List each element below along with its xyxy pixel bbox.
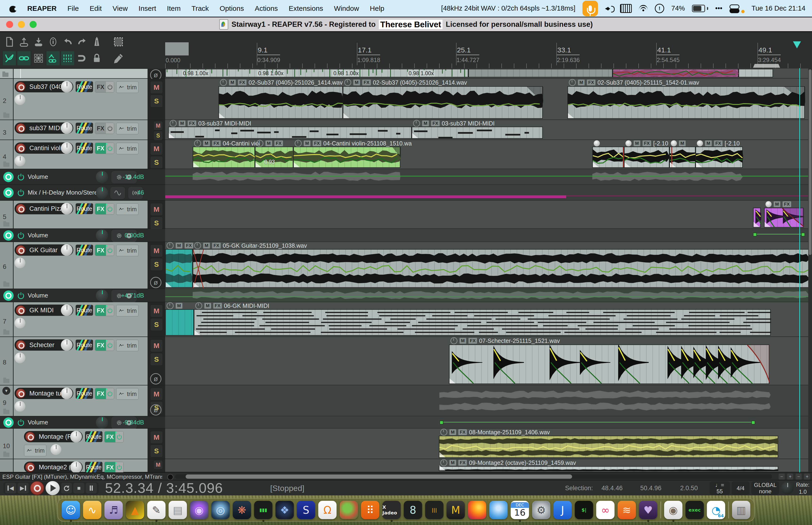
dock-app-preview[interactable]: ▤ <box>169 501 187 519</box>
volume-knob[interactable] <box>61 203 73 214</box>
envelope-value-knob[interactable] <box>96 171 108 183</box>
route-button[interactable]: Route <box>76 203 93 214</box>
ellipsis-menu[interactable]: ••• <box>715 4 722 12</box>
fx-button[interactable]: FX <box>95 142 114 154</box>
track-panel-child[interactable]: Montage2 (oc..3RouteFXM <box>0 459 165 472</box>
record-arm-button[interactable] <box>16 82 26 92</box>
phase-invert-button[interactable]: ø <box>150 277 162 288</box>
record-arm-button[interactable] <box>16 388 26 398</box>
track-1-partial-panel[interactable]: ø <box>0 69 165 79</box>
go-to-end-button[interactable]: ▶ <box>18 483 29 494</box>
track-name-field[interactable]: Cantini Pizz <box>15 203 73 214</box>
playhead-marker[interactable] <box>793 41 801 48</box>
menu-item-view[interactable]: View <box>112 4 127 13</box>
item-volume-knob-icon[interactable] <box>765 201 771 207</box>
route-button[interactable]: Route <box>76 123 93 134</box>
item-waveform[interactable] <box>764 208 803 227</box>
item-waveform[interactable] <box>695 147 743 168</box>
item-m-icon[interactable]: M <box>175 303 183 309</box>
track-name-field[interactable]: Sub37 (0405) <box>15 81 73 92</box>
item-m-icon[interactable]: M <box>422 120 429 126</box>
item-m-icon[interactable]: M <box>449 460 456 466</box>
envelope-point[interactable] <box>753 232 757 236</box>
dock-app-v8-app[interactable]: 8 <box>404 501 422 519</box>
volume-knob[interactable] <box>70 431 82 442</box>
grouping-toggle[interactable] <box>32 51 45 65</box>
route-button[interactable]: Route <box>76 340 93 350</box>
stop-button[interactable]: ■ <box>73 483 85 494</box>
item-m-icon[interactable]: M <box>229 79 236 86</box>
media-item[interactable]: MFX03-sub37 MIDI-MIDI <box>412 120 543 139</box>
envelope-lane-mix-h-delay-mono-stereo[interactable]: Mix / H-Delay Mono/Stereo46 <box>0 185 165 201</box>
volume-knob[interactable] <box>70 461 82 472</box>
envelope-power-icon[interactable] <box>17 291 25 301</box>
record-arm-button[interactable] <box>16 204 26 214</box>
item-fx-icon[interactable]: FX <box>213 303 222 309</box>
dock-app-finder[interactable]: ☺ <box>62 501 80 519</box>
envelope-point[interactable] <box>440 421 443 424</box>
dock-app-davinci-resolve[interactable]: ❋ <box>233 501 251 519</box>
dock-app-xjadeo[interactable]: X Jadeo <box>383 501 401 519</box>
item-m-icon[interactable]: M <box>304 140 311 146</box>
trim-envelope-button[interactable]: trim <box>24 445 47 456</box>
dock-app-voice-recorder[interactable]: ||| <box>425 501 444 519</box>
zoom-in-button[interactable]: + <box>787 474 793 480</box>
media-item[interactable]: MFX04-Cantini violin-251108_1510.wa <box>293 140 400 168</box>
collapse-folder-icon[interactable]: ▼ <box>2 387 10 395</box>
media-item[interactable]: MFX02-Sub37 (0405)-251026_1414.wav <box>343 79 543 119</box>
arrange-track-row-8[interactable]: MFXMFX05-GK Guitar-251109_1038.wav <box>165 242 812 289</box>
item-fx-icon[interactable]: FX <box>212 242 221 249</box>
envelope-points-move-toggle[interactable] <box>47 51 60 65</box>
project-info-button[interactable] <box>47 35 60 49</box>
envelope-bypass-button[interactable] <box>3 172 14 182</box>
route-button[interactable]: Route <box>85 462 103 472</box>
arrange-track-row-14[interactable]: MFX08-Montage-251109_1406.wav <box>165 429 812 459</box>
trim-envelope-button[interactable]: trim <box>116 305 139 317</box>
dock-app-shutter-encoder[interactable]: ◎ <box>212 501 230 519</box>
phase-invert-button[interactable]: ø <box>150 373 162 385</box>
dock-app-jdownloader[interactable]: J <box>554 501 572 519</box>
arrange-track-row-13[interactable] <box>165 417 812 429</box>
dock-app-goodlinks[interactable]: ∞ <box>596 501 615 519</box>
pan-knob[interactable] <box>15 352 25 363</box>
arrange-track-row-6[interactable]: MFX <box>165 201 812 229</box>
media-item[interactable]: MFX07-Schecter-251115_1521.wav <box>449 337 769 385</box>
record-arm-button[interactable] <box>25 432 35 441</box>
menu-item-options[interactable]: Options <box>220 4 244 13</box>
pause-button[interactable] <box>86 483 97 494</box>
volume-knob[interactable] <box>61 388 73 399</box>
envelope-power-icon[interactable] <box>17 173 25 182</box>
dock-app-audacity[interactable]: Ω <box>318 501 337 519</box>
item-m-icon[interactable]: M <box>773 201 781 207</box>
media-item[interactable]: MFX08-Montage-251109_1406.wav <box>439 429 778 459</box>
fx-button[interactable]: FX <box>95 203 114 214</box>
envelope-lane-volume[interactable]: Volume-12.4dB <box>0 169 165 185</box>
fx-button[interactable]: FX <box>95 81 114 93</box>
arrange-track-row-1[interactable]: MFX02-Sub37 (0405)-251026_1414.wavMFX02-… <box>165 79 812 120</box>
arrange-track-row-3[interactable]: MFX04-Cantini violMFX0.93MFX04-Cantini v… <box>165 140 812 169</box>
solo-button[interactable]: S <box>150 95 163 107</box>
envelope-bypass-button[interactable] <box>3 290 14 301</box>
mute-button[interactable]: M <box>150 244 163 257</box>
menu-item-help[interactable]: Help <box>370 4 384 13</box>
media-item[interactable]: MFX[-2.10 <box>624 140 669 168</box>
volume-icon[interactable] <box>605 5 613 12</box>
envelope-value-knob[interactable] <box>96 289 108 302</box>
keyboard-icon[interactable] <box>620 4 632 13</box>
dock-app-textedit[interactable]: ✎ <box>147 501 166 519</box>
horizontal-scroll-thumb[interactable] <box>186 475 572 479</box>
pan-knob[interactable] <box>50 444 61 455</box>
apple-menu-icon[interactable] <box>10 4 16 13</box>
envelope-bypass-button[interactable] <box>3 188 14 198</box>
dock-app-izotope-rx[interactable]: ❖ <box>276 501 294 519</box>
media-item[interactable]: MFX[-2.10 <box>695 140 743 168</box>
envelope-power-icon[interactable] <box>17 231 25 240</box>
item-waveform[interactable]: 0.93 <box>255 147 293 168</box>
solo-button[interactable]: S <box>150 258 163 271</box>
item-m-icon[interactable]: M <box>449 429 456 435</box>
repeat-button[interactable] <box>61 483 72 494</box>
item-fx-icon[interactable]: FX <box>714 140 723 146</box>
track-number-gutter[interactable]: 3 <box>0 120 14 139</box>
track-name-field[interactable]: Montage2 (oc..3 <box>24 462 83 472</box>
record-arm-button[interactable] <box>16 305 26 315</box>
